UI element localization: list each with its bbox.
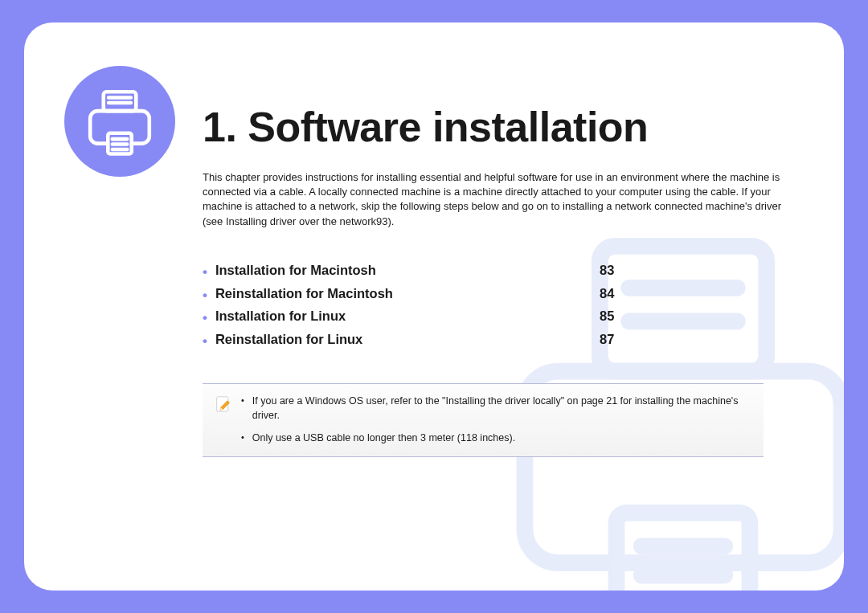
chapter-title: 1. Software installation xyxy=(203,103,648,151)
note-item: • If you are a Windows OS user, refer to… xyxy=(241,394,749,423)
toc-item[interactable]: • Reinstallation for Macintosh 84 xyxy=(203,286,844,305)
bullet-icon: • xyxy=(241,431,244,445)
printer-badge-icon xyxy=(64,66,175,177)
chapter-number: 1. xyxy=(203,104,236,150)
toc-item[interactable]: • Installation for Macintosh 83 xyxy=(203,263,844,282)
table-of-contents: • Installation for Macintosh 83 • Reinst… xyxy=(203,263,844,351)
toc-page: 83 xyxy=(600,263,614,282)
note-text: If you are a Windows OS user, refer to t… xyxy=(252,394,749,423)
note-item: • Only use a USB cable no longer then 3 … xyxy=(241,431,749,445)
toc-page: 85 xyxy=(600,309,614,328)
bullet-icon: • xyxy=(203,309,207,328)
note-list: • If you are a Windows OS user, refer to… xyxy=(241,394,749,445)
bullet-icon: • xyxy=(241,394,244,423)
note-box: • If you are a Windows OS user, refer to… xyxy=(203,383,764,457)
chapter-name: Software installation xyxy=(248,104,648,150)
toc-item[interactable]: • Reinstallation for Linux 87 xyxy=(203,332,844,351)
toc-label: Reinstallation for Linux xyxy=(215,332,600,351)
toc-label: Installation for Macintosh xyxy=(215,263,600,282)
note-text: Only use a USB cable no longer then 3 me… xyxy=(252,431,515,445)
bullet-icon: • xyxy=(203,286,207,305)
toc-page: 84 xyxy=(600,286,614,305)
chapter-header: 1. Software installation xyxy=(24,22,844,177)
toc-item[interactable]: • Installation for Linux 85 xyxy=(203,309,844,328)
bullet-icon: • xyxy=(203,263,207,282)
document-page: 1. Software installation This chapter pr… xyxy=(24,22,844,591)
svg-rect-4 xyxy=(616,513,750,591)
toc-label: Installation for Linux xyxy=(215,309,600,328)
toc-label: Reinstallation for Macintosh xyxy=(215,286,600,305)
note-pencil-icon xyxy=(215,395,231,413)
chapter-intro: This chapter provides instructions for i… xyxy=(203,170,796,229)
toc-page: 87 xyxy=(600,332,614,351)
bullet-icon: • xyxy=(203,332,207,351)
